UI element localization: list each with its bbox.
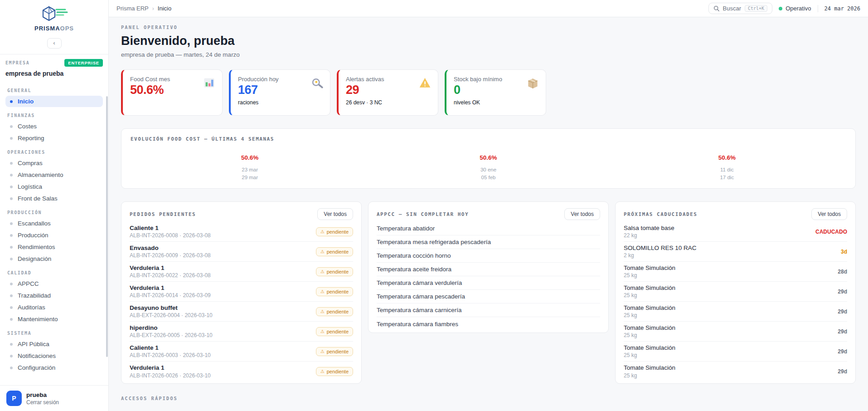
warning-icon: ⚠ <box>320 289 325 294</box>
order-name: Verduleria 1 <box>130 364 211 372</box>
expiration-row[interactable]: Tomate Simulación 25 kg 29d <box>624 282 847 302</box>
sidebar-item[interactable]: API Pública <box>5 338 103 350</box>
nav-section: PRODUCCIÓN Escandallos Producción Rendim… <box>5 210 103 264</box>
expiration-row[interactable]: Tomate Simulación 25 kg 29d <box>624 362 847 382</box>
order-name: Verduleria 1 <box>130 264 211 272</box>
sidebar-item[interactable]: Rendimientos <box>5 241 103 253</box>
expiration-row[interactable]: SOLOMILLO RES 10 RAC 2 kg 3d <box>624 242 847 262</box>
status-badge: ⚠pendiente <box>316 347 353 356</box>
sidebar-item[interactable]: APPCC <box>5 278 103 289</box>
sidebar-collapse-button[interactable]: ‹ <box>47 38 62 49</box>
sidebar-item[interactable]: Logística <box>5 181 103 192</box>
sidebar-item[interactable]: Costes <box>5 121 103 132</box>
sidebar-item[interactable]: Configuración <box>5 362 103 373</box>
appcc-check-row[interactable]: Temperatura mesa refrigerada pescadería <box>377 235 600 249</box>
bullet-icon <box>10 222 13 225</box>
pending-order-row[interactable]: Caliente 1 ALB-INT-2026-0008 · 2026-03-0… <box>130 222 353 242</box>
expiration-row[interactable]: Salsa tomate base 22 kg CADUCADO <box>624 222 847 242</box>
status-label: Operativo <box>786 5 811 12</box>
appcc-check-row[interactable]: Temperatura abatidor <box>377 222 600 235</box>
order-reference: ALB-INT-2026-0022 · 2026-03-08 <box>130 273 211 279</box>
pending-order-row[interactable]: Envasado ALB-INT-2026-0009 · 2026-03-08 … <box>130 242 353 262</box>
expiration-status: CADUCADO <box>815 229 847 235</box>
kpi-label: Food Cost mes <box>130 76 215 83</box>
bullet-icon <box>10 246 13 249</box>
order-name: Caliente 1 <box>130 225 211 232</box>
expiration-row[interactable]: Tomate Simulación 25 kg 29d <box>624 302 847 322</box>
order-reference: ALB-EXT-2026-0004 · 2026-03-10 <box>130 313 213 318</box>
current-date: 24 mar 2026 <box>824 5 860 12</box>
search-shortcut: Ctrl+K <box>745 5 767 12</box>
appcc-view-all-button[interactable]: Ver todos <box>564 208 600 220</box>
appcc-check-row[interactable]: Temperatura cámara pescadería <box>377 290 600 303</box>
main-area: Prisma ERP › Inicio Buscar Ctrl+K Operat… <box>109 0 868 411</box>
order-name: Envasado <box>130 245 211 252</box>
evolution-week-start: 30 ene <box>480 166 497 174</box>
product-quantity: 25 kg <box>624 273 675 279</box>
sidebar-item[interactable]: Inicio <box>5 96 103 107</box>
breadcrumb-root[interactable]: Prisma ERP <box>116 5 149 12</box>
nav-section: SISTEMA API Pública Notificaciones Confi… <box>5 331 103 373</box>
appcc-check-row[interactable]: Temperatura cámara carnicería <box>377 303 600 317</box>
kpi-value: 50.6% <box>130 83 215 97</box>
bullet-icon <box>10 367 13 369</box>
expiration-status: 29d <box>838 328 847 335</box>
warning-icon: ⚠ <box>320 250 325 254</box>
sidebar-item[interactable]: Notificaciones <box>5 350 103 362</box>
sidebar-item-label: Rendimientos <box>18 244 55 250</box>
evolution-week: 50.6% 23 mar 29 mar <box>241 154 258 181</box>
status-badge: ⚠pendiente <box>316 287 353 296</box>
product-quantity: 25 kg <box>624 333 675 338</box>
expirations-panel: PRÓXIMAS CADUCIDADES Ver todos Salsa tom… <box>615 201 856 384</box>
expiration-row[interactable]: Tomate Simulación 25 kg 29d <box>624 322 847 342</box>
sidebar-item[interactable]: Reporting <box>5 132 103 144</box>
appcc-check-row[interactable]: Temperatura cámara verdulería <box>377 276 600 290</box>
pending-order-row[interactable]: hiperdino ALB-EXT-2026-0005 · 2026-03-10… <box>130 322 353 342</box>
sidebar-item-label: Designación <box>18 255 51 262</box>
status-badge: ⚠pendiente <box>316 307 353 316</box>
sidebar-item[interactable]: Designación <box>5 253 103 264</box>
frying-pan-icon <box>311 77 323 89</box>
appcc-check-name: Temperatura abatidor <box>377 225 435 232</box>
sidebar-item[interactable]: Auditorías <box>5 302 103 313</box>
sidebar-scrollbar[interactable] <box>106 96 108 357</box>
expiration-status: 29d <box>838 348 847 355</box>
sidebar-item[interactable]: Mantenimiento <box>5 313 103 325</box>
sidebar-item-label: Inicio <box>18 98 34 105</box>
nav-section-heading: PRODUCCIÓN <box>7 210 101 215</box>
warning-icon: ⚠ <box>320 349 325 354</box>
expirations-view-all-button[interactable]: Ver todos <box>811 208 847 220</box>
order-reference: ALB-INT-2026-0009 · 2026-03-08 <box>130 253 211 259</box>
pending-order-row[interactable]: Verduleria 1 ALB-INT-2026-0026 · 2026-03… <box>130 362 353 382</box>
sidebar-item[interactable]: Escandallos <box>5 218 103 229</box>
sidebar-item[interactable]: Front de Salas <box>5 193 103 204</box>
appcc-check-name: Temperatura aceite freidora <box>377 266 451 273</box>
logout-link[interactable]: Cerrar sesión <box>26 399 59 406</box>
appcc-check-name: Temperatura cámara pescadería <box>377 293 465 300</box>
expiration-row[interactable]: Tomate Simulación 25 kg 29d <box>624 342 847 362</box>
sidebar-item[interactable]: Producción <box>5 230 103 241</box>
sidebar-item[interactable]: Trazabilidad <box>5 290 103 301</box>
status-dot-icon <box>779 7 782 10</box>
sidebar-item[interactable]: Compras <box>5 157 103 169</box>
pending-order-row[interactable]: Caliente 1 ALB-INT-2026-0003 · 2026-03-1… <box>130 342 353 362</box>
pending-order-row[interactable]: Desayuno buffet ALB-EXT-2026-0004 · 2026… <box>130 302 353 322</box>
warning-icon <box>419 77 431 89</box>
evolution-week-value: 50.6% <box>241 154 258 161</box>
pending-orders-view-all-button[interactable]: Ver todos <box>317 208 353 220</box>
pending-order-row[interactable]: Verduleria 1 ALB-INT-2026-0022 · 2026-03… <box>130 262 353 282</box>
quick-access-heading: ACCESOS RÁPIDOS <box>121 396 856 401</box>
appcc-check-row[interactable]: Temperatura aceite freidora <box>377 263 600 276</box>
appcc-check-row[interactable]: Temperatura cámara fiambres <box>377 317 600 331</box>
sidebar-item-label: Reporting <box>18 135 44 142</box>
product-name: Tomate Simulación <box>624 364 675 372</box>
pending-order-row[interactable]: Verduleria 1 ALB-INT-2026-0014 · 2026-03… <box>130 282 353 302</box>
search-input[interactable]: Buscar Ctrl+K <box>708 3 773 14</box>
appcc-check-row[interactable]: Temperatura cocción horno <box>377 249 600 263</box>
product-quantity: 25 kg <box>624 373 675 379</box>
sidebar-item-label: APPCC <box>18 280 39 287</box>
sidebar-item[interactable]: Almacenamiento <box>5 169 103 181</box>
product-name: Tomate Simulación <box>624 284 675 292</box>
expiration-row[interactable]: Tomate Simulación 25 kg 28d <box>624 262 847 282</box>
company-name: empresa de prueba <box>5 70 103 77</box>
